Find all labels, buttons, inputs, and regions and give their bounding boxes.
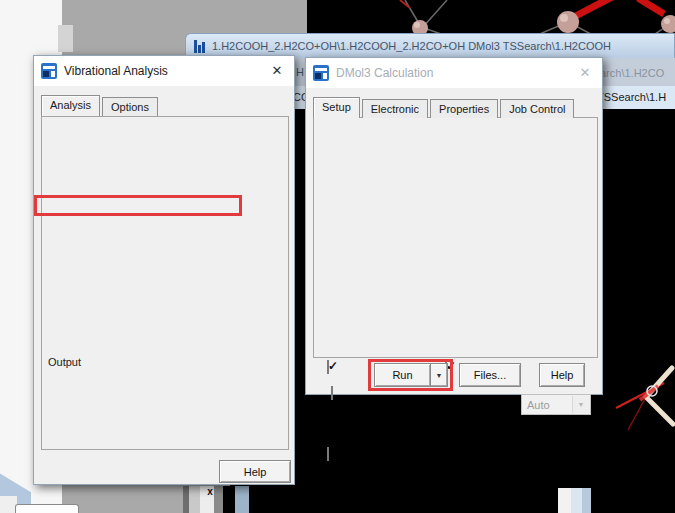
help-button[interactable]: Help [219,460,291,483]
background-window-title: 1.H2COOH_2.H2CO+OH\1.H2COOH_2.H2CO+OH DM… [212,40,611,52]
tab-analysis[interactable]: Analysis [41,95,100,116]
materials-studio-icon [41,63,57,79]
help-button[interactable]: Help [539,363,585,387]
multiplicity-combobox[interactable]: Auto ▼ [521,394,591,415]
multiplicity-value: Auto [527,399,550,411]
files-button[interactable]: Files... [459,363,521,387]
files-label: Files... [474,369,506,381]
tab-job-control[interactable]: Job Control [500,99,574,118]
selected-row-annotation [34,195,242,216]
tab-options[interactable]: Options [102,97,158,116]
window-edge-stripe [582,488,591,513]
window-edge-stripe [558,488,571,513]
tab-properties[interactable]: Properties [430,99,498,118]
panel-close-icon[interactable]: x [203,486,217,498]
chevron-down-icon: ▼ [572,396,589,413]
window-edge-stripe [189,486,200,513]
dialog-title: Vibrational Analysis [64,64,168,78]
bottom-left-mini-panel [15,504,79,513]
document-icon [194,39,207,54]
tab-setup[interactable]: Setup [313,97,360,118]
window-edge-stripe [235,486,249,513]
setup-tab-page [313,117,598,358]
analysis-tab-page [41,116,289,450]
help-label: Help [551,369,574,381]
dmol3-calculation-dialog: DMol3 Calculation ✕ Setup Electronic Pro… [305,57,603,395]
close-icon[interactable]: ✕ [268,63,286,79]
title-fragment: H [296,66,304,78]
tab-electronic[interactable]: Electronic [362,99,428,118]
vibrational-analysis-dialog: Vibrational Analysis ✕ Analysis Options … [33,55,295,485]
window-edge-stripe [223,486,235,513]
output-group-label: Output [48,356,86,368]
molecule-viewport-top [390,0,675,34]
title-fragment: TSSearch\1.H [597,91,666,103]
materials-studio-icon [313,65,329,81]
metal-checkbox[interactable] [331,386,333,400]
close-icon[interactable]: ✕ [576,65,594,81]
spin-unrestricted-checkbox[interactable] [327,360,329,374]
molecule-viewport-bottom [608,358,675,473]
help-label: Help [244,466,267,478]
dialog-titlebar[interactable]: DMol3 Calculation ✕ [306,58,602,88]
use-symmetry-checkbox[interactable] [327,447,329,461]
dialog-titlebar[interactable]: Vibrational Analysis ✕ [34,56,294,86]
dialog-title: DMol3 Calculation [336,66,433,80]
run-button-annotation [368,359,453,391]
scrollbar-notch [58,25,73,52]
window-edge-stripe [571,488,582,513]
title-fragment: arch\1.H2CO [600,67,664,79]
